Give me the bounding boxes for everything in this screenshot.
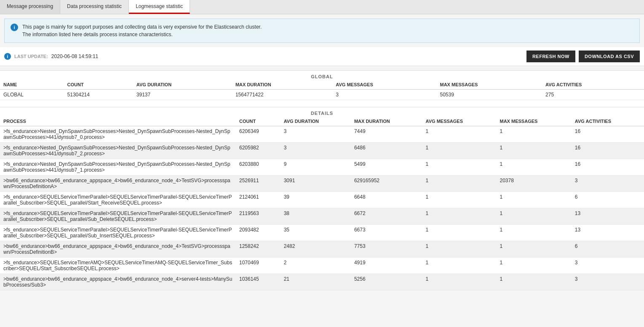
- global-section: GLOBAL NAME COUNT AVG DURATION MAX DURAT…: [0, 70, 644, 100]
- cell-process: >fs_endurance>Nested_DynSpawnSubProcesse…: [0, 126, 236, 143]
- col-count: COUNT: [64, 80, 133, 90]
- cell-max-messages: 50539: [437, 90, 542, 100]
- table-row: >fs_endurance>Nested_DynSpawnSubProcesse…: [0, 126, 644, 143]
- cell-avg-activities: 6: [572, 241, 644, 258]
- cell-avg-duration: 9: [281, 159, 351, 175]
- cell-max-duration: 6672: [351, 208, 422, 225]
- table-row: >bw66_endurance>bw66_endurance_appspace_…: [0, 274, 644, 290]
- cell-avg-messages: 1: [422, 208, 497, 225]
- col-avg-messages: AVG MESSAGES: [332, 80, 436, 90]
- last-update-label: LAST UPDATE:: [14, 54, 48, 59]
- info-line2: The information listed here details proc…: [22, 32, 173, 37]
- cell-process: >fs_endurance>SEQUELServiceTimerAMQ>SEQU…: [0, 258, 236, 274]
- info-banner: i This page is mainly for support purpos…: [4, 19, 640, 43]
- cell-max-duration: 7449: [351, 126, 422, 143]
- col-max-duration: MAX DURATION: [232, 80, 332, 90]
- cell-avg-messages: 1: [422, 143, 497, 159]
- cell-max-duration: 6673: [351, 225, 422, 241]
- cell-count: 6203880: [236, 159, 281, 175]
- global-section-header: GLOBAL: [0, 70, 644, 80]
- col-count: COUNT: [236, 117, 281, 126]
- col-process: PROCESS: [0, 117, 236, 126]
- cell-avg-activities: 3: [572, 258, 644, 274]
- col-name: NAME: [0, 80, 64, 90]
- table-row: >fs_endurance>SEQUELServiceTimerParallel…: [0, 192, 644, 208]
- toolbar: i LAST UPDATE: 2020-06-08 14:59:11 REFRE…: [0, 47, 644, 66]
- cell-avg-duration: 2482: [281, 241, 351, 258]
- cell-count: 6206349: [236, 126, 281, 143]
- cell-process: >fs_endurance>SEQUELServiceTimerParallel…: [0, 192, 236, 208]
- cell-avg-activities: 16: [572, 143, 644, 159]
- col-max-duration: MAX DURATION: [351, 117, 422, 126]
- main-content: GLOBAL NAME COUNT AVG DURATION MAX DURAT…: [0, 70, 644, 290]
- table-row: GLOBAL 51304214 39137 1564771422 3 50539…: [0, 90, 644, 100]
- cell-avg-duration: 35: [281, 225, 351, 241]
- cell-max-messages: 20378: [497, 175, 572, 192]
- cell-max-duration: 6486: [351, 143, 422, 159]
- cell-avg-messages: 1: [422, 258, 497, 274]
- global-table-header-row: NAME COUNT AVG DURATION MAX DURATION AVG…: [0, 80, 644, 90]
- details-section: DETAILS PROCESS COUNT AVG DURATION MAX D…: [0, 107, 644, 290]
- table-row: >fs_endurance>SEQUELServiceTimerParallel…: [0, 208, 644, 225]
- cell-avg-activities: 3: [572, 175, 644, 192]
- cell-max-duration: 6648: [351, 192, 422, 208]
- cell-avg-activities: 3: [572, 274, 644, 290]
- cell-max-messages: 1: [497, 192, 572, 208]
- cell-process: >fs_endurance>Nested_DynSpawnSubProcesse…: [0, 159, 236, 175]
- cell-process: >fs_endurance>SEQUELServiceTimerParallel…: [0, 208, 236, 225]
- cell-max-messages: 1: [497, 208, 572, 225]
- table-row: >fs_endurance>SEQUELServiceTimerParallel…: [0, 225, 644, 241]
- cell-max-duration: 4919: [351, 258, 422, 274]
- last-update-value: 2020-06-08 14:59:11: [51, 53, 98, 59]
- refresh-button[interactable]: REFRESH NOW: [526, 51, 575, 62]
- col-avg-duration: AVG DURATION: [281, 117, 351, 126]
- cell-avg-activities: 13: [572, 225, 644, 241]
- tabs-container: Message processing Data processing stati…: [0, 0, 644, 14]
- table-row: >fs_endurance>Nested_DynSpawnSubProcesse…: [0, 159, 644, 175]
- cell-avg-activities: 16: [572, 159, 644, 175]
- details-table: PROCESS COUNT AVG DURATION MAX DURATION …: [0, 117, 644, 290]
- cell-count: 2093482: [236, 225, 281, 241]
- details-table-header-row: PROCESS COUNT AVG DURATION MAX DURATION …: [0, 117, 644, 126]
- cell-avg-messages: 1: [422, 274, 497, 290]
- cell-process: >fs_endurance>Nested_DynSpawnSubProcesse…: [0, 143, 236, 159]
- global-table: NAME COUNT AVG DURATION MAX DURATION AVG…: [0, 80, 644, 100]
- cell-avg-messages: 1: [422, 159, 497, 175]
- cell-max-duration: 7753: [351, 241, 422, 258]
- cell-max-duration: 5256: [351, 274, 422, 290]
- cell-count: 1036145: [236, 274, 281, 290]
- cell-avg-activities: 16: [572, 126, 644, 143]
- tab-logmessage-statistic[interactable]: Logmessage statistic: [129, 0, 190, 14]
- tab-message-processing[interactable]: Message processing: [0, 0, 60, 14]
- cell-max-messages: 1: [497, 241, 572, 258]
- cell-process: >fs_endurance>SEQUELServiceTimerParallel…: [0, 225, 236, 241]
- info-icon: i: [11, 24, 18, 31]
- cell-name: GLOBAL: [0, 90, 64, 100]
- tab-data-processing-statistic[interactable]: Data processing statistic: [60, 0, 129, 14]
- table-row: >bw66_endurance>bw66_endurance_appspace_…: [0, 175, 644, 192]
- cell-avg-messages: 1: [422, 241, 497, 258]
- cell-count: 1258242: [236, 241, 281, 258]
- cell-avg-messages: 3: [332, 90, 436, 100]
- table-row: >fs_endurance>SEQUELServiceTimerAMQ>SEQU…: [0, 258, 644, 274]
- cell-count: 51304214: [64, 90, 133, 100]
- download-csv-button[interactable]: DOWNLOAD AS CSV: [579, 51, 640, 62]
- col-avg-activities: AVG ACTIVITIES: [542, 80, 644, 90]
- cell-avg-messages: 1: [422, 126, 497, 143]
- table-row: >bw66_endurance>bw66_endurance_appspace_…: [0, 241, 644, 258]
- cell-avg-duration: 39: [281, 192, 351, 208]
- cell-avg-duration: 2: [281, 258, 351, 274]
- cell-avg-messages: 1: [422, 192, 497, 208]
- table-row: >fs_endurance>Nested_DynSpawnSubProcesse…: [0, 143, 644, 159]
- cell-max-messages: 1: [497, 143, 572, 159]
- action-buttons: REFRESH NOW DOWNLOAD AS CSV: [526, 51, 640, 62]
- cell-process: >bw66_endurance>bw66_endurance_appspace_…: [0, 241, 236, 258]
- cell-max-duration: 629165952: [351, 175, 422, 192]
- col-avg-messages: AVG MESSAGES: [422, 117, 497, 126]
- col-max-messages: MAX MESSAGES: [497, 117, 572, 126]
- info-text: This page is mainly for support purposes…: [22, 23, 262, 38]
- cell-avg-messages: 1: [422, 175, 497, 192]
- cell-max-messages: 1: [497, 258, 572, 274]
- cell-max-messages: 1: [497, 126, 572, 143]
- cell-avg-activities: 6: [572, 192, 644, 208]
